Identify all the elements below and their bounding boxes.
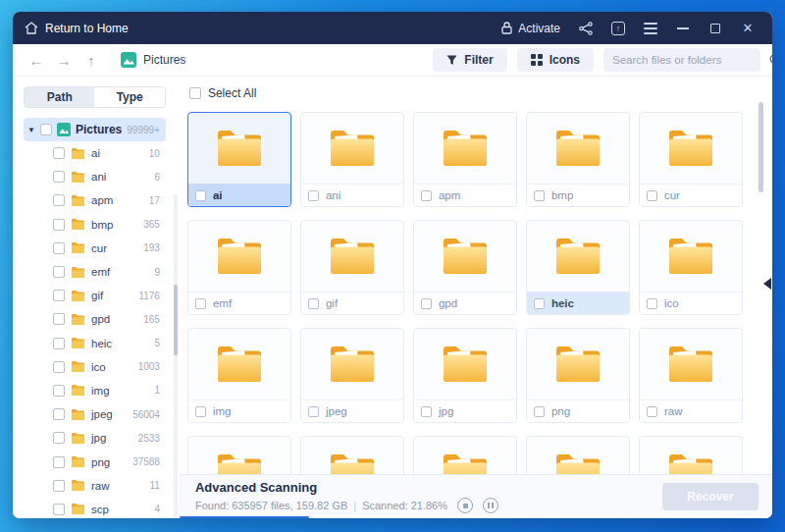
- tree-item-checkbox[interactable]: [53, 504, 65, 515]
- sidebar-scrollbar-track[interactable]: [174, 194, 178, 518]
- folder-tile-jpeg[interactable]: jpeg: [300, 328, 404, 423]
- tree-item-raw[interactable]: raw11: [24, 474, 166, 498]
- tree-item-checkbox[interactable]: [53, 456, 65, 468]
- tree-item-emf[interactable]: emf9: [24, 260, 166, 284]
- tree-item-checkbox[interactable]: [53, 313, 65, 325]
- folder-tile-ani[interactable]: ani: [300, 112, 404, 207]
- tree-item-img[interactable]: img1: [24, 379, 166, 402]
- return-home-button[interactable]: Return to Home: [25, 22, 129, 35]
- tile-checkbox[interactable]: [647, 298, 657, 309]
- up-button[interactable]: ↑: [79, 48, 103, 72]
- tree-item-heic[interactable]: heic5: [24, 332, 166, 355]
- tab-type[interactable]: Type: [94, 87, 164, 107]
- folder-tile-gpd[interactable]: gpd: [413, 220, 517, 315]
- filter-button[interactable]: Filter: [433, 48, 506, 72]
- tile-checkbox[interactable]: [421, 190, 432, 201]
- back-button[interactable]: ←: [25, 48, 48, 72]
- tree-item-checkbox[interactable]: [53, 219, 65, 231]
- folder-tile-ico[interactable]: ico: [639, 220, 743, 315]
- tab-path[interactable]: Path: [25, 87, 94, 107]
- root-checkbox[interactable]: [40, 124, 52, 135]
- tile-checkbox[interactable]: [421, 406, 432, 417]
- tree-item-checkbox[interactable]: [53, 361, 65, 373]
- folder-tile-apm[interactable]: apm: [413, 112, 517, 207]
- caret-down-icon[interactable]: ▼: [27, 126, 35, 134]
- tree-root-pictures[interactable]: ▼ Pictures 99999+: [24, 118, 166, 141]
- folder-icon: [71, 384, 85, 397]
- folder-tile-bmp[interactable]: bmp: [526, 112, 630, 207]
- select-all-checkbox[interactable]: [189, 87, 201, 99]
- tile-checkbox[interactable]: [195, 406, 206, 417]
- collapse-panel-arrow[interactable]: [763, 278, 771, 290]
- folder-tile-raw[interactable]: raw: [639, 328, 743, 423]
- tree-item-checkbox[interactable]: [53, 338, 65, 349]
- main-scrollbar-thumb[interactable]: [759, 102, 763, 192]
- tree-item-checkbox[interactable]: [53, 480, 65, 492]
- tree-item-checkbox[interactable]: [53, 385, 65, 397]
- breadcrumb[interactable]: Pictures: [121, 52, 185, 68]
- tile-checkbox[interactable]: [534, 406, 545, 417]
- tile-checkbox[interactable]: [195, 298, 206, 309]
- tile-checkbox[interactable]: [308, 298, 319, 309]
- folder-tile-emf[interactable]: emf: [187, 220, 291, 315]
- activate-button[interactable]: Activate: [496, 18, 566, 39]
- tree-item-ani[interactable]: ani6: [24, 165, 166, 188]
- tree-item-checkbox[interactable]: [53, 147, 65, 159]
- tile-checkbox[interactable]: [534, 190, 545, 201]
- forward-button[interactable]: →: [52, 48, 76, 72]
- tree-item-label: gpd: [91, 313, 110, 325]
- tree-item-gpd[interactable]: gpd165: [24, 307, 166, 331]
- stop-scan-button[interactable]: [457, 498, 473, 513]
- tree-item-checkbox[interactable]: [53, 171, 65, 183]
- close-button[interactable]: ✕: [735, 17, 760, 40]
- search-box[interactable]: [603, 48, 760, 72]
- folder-tile-jpg[interactable]: jpg: [413, 328, 517, 423]
- tree-item-checkbox[interactable]: [53, 194, 65, 206]
- tree-item-ico[interactable]: ico1003: [24, 355, 166, 379]
- folder-tile-cur[interactable]: cur: [639, 112, 743, 207]
- tree-item-jpg[interactable]: jpg2533: [24, 426, 166, 450]
- folder-tile-heic[interactable]: heic: [526, 220, 630, 315]
- tile-checkbox[interactable]: [534, 298, 545, 309]
- menu-button[interactable]: [638, 17, 663, 40]
- tree-item-bmp[interactable]: bmp365: [24, 213, 166, 237]
- toolbar: ← → ↑ Pictures Filter: [13, 44, 772, 77]
- view-icons-button[interactable]: Icons: [517, 48, 594, 72]
- tile-checkbox[interactable]: [647, 190, 657, 201]
- tree-item-gif[interactable]: gif1176: [24, 284, 166, 307]
- tree-item-apm[interactable]: apm17: [24, 188, 166, 212]
- tree-item-png[interactable]: png37588: [24, 450, 166, 473]
- folder-icon: [71, 360, 85, 373]
- folder-tile-png[interactable]: png: [526, 328, 630, 423]
- tree-item-checkbox[interactable]: [53, 290, 65, 301]
- tile-checkbox[interactable]: [195, 190, 206, 201]
- tile-checkbox[interactable]: [421, 298, 432, 309]
- folder-icon: [71, 241, 85, 254]
- minimize-button[interactable]: [670, 17, 696, 40]
- search-input[interactable]: [612, 54, 763, 66]
- folder-tile-ai[interactable]: ai: [187, 112, 291, 207]
- tile-checkbox[interactable]: [308, 406, 319, 417]
- sidebar-scrollbar-thumb[interactable]: [174, 285, 178, 355]
- tree-item-ai[interactable]: ai10: [24, 141, 166, 165]
- recover-button[interactable]: Recover: [662, 483, 759, 510]
- search-icon[interactable]: [769, 54, 772, 66]
- tree-item-checkbox[interactable]: [53, 408, 65, 420]
- tree-item-scp[interactable]: scp4: [24, 498, 166, 518]
- tree-item-label: scp: [91, 504, 109, 515]
- tile-checkbox[interactable]: [308, 190, 319, 201]
- tile-checkbox[interactable]: [647, 406, 657, 417]
- folder-tile-gif[interactable]: gif: [300, 220, 404, 315]
- upgrade-icon[interactable]: ↑: [605, 17, 631, 40]
- pause-scan-button[interactable]: [483, 498, 498, 513]
- tree-item-checkbox[interactable]: [53, 432, 65, 444]
- share-button[interactable]: [573, 17, 599, 40]
- tree-item-checkbox[interactable]: [53, 266, 65, 278]
- tree-item-checkbox[interactable]: [53, 242, 65, 254]
- folder-tile-img[interactable]: img: [187, 328, 291, 423]
- maximize-button[interactable]: [703, 17, 728, 40]
- folder-icon: [71, 313, 85, 326]
- select-all-label: Select All: [208, 86, 256, 100]
- tree-item-jpeg[interactable]: jpeg56004: [24, 402, 166, 426]
- tree-item-cur[interactable]: cur193: [24, 237, 166, 260]
